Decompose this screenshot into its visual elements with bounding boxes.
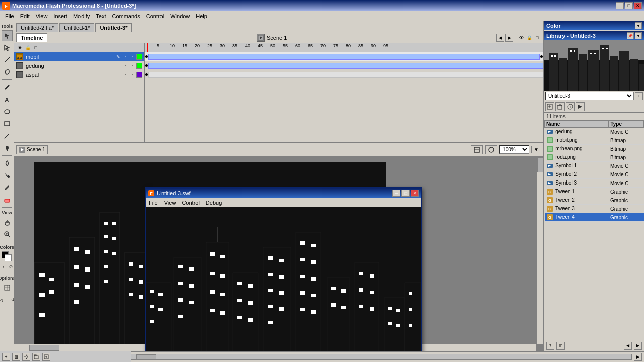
stage-scrollbar-v[interactable] [536,157,543,344]
fill-color[interactable] [5,254,12,261]
svg-rect-263 [548,155,552,159]
ink-tool[interactable] [2,158,13,169]
menu-edit[interactable]: Edit [17,12,33,20]
tab-untitled1[interactable]: Untitled-1* [59,23,94,32]
ruler-50: 50 [270,43,275,48]
minimize-button[interactable]: ─ [616,2,624,9]
layer-gedung[interactable]: gedung · · [14,61,144,70]
layer-gedung-controls: · · [122,63,142,69]
eye-icon[interactable]: 👁 [517,34,525,42]
menu-view[interactable]: View [33,12,51,20]
svg-rect-42 [49,290,54,294]
color-swatches[interactable] [2,251,13,262]
menu-file[interactable]: File [2,12,17,20]
menu-insert[interactable]: Insert [50,12,70,20]
library-item-mobil[interactable]: mobil.png Bitmap [545,136,644,145]
smooth-option[interactable]: ◁ [0,294,7,305]
playhead[interactable] [147,43,148,52]
swf-menu-control[interactable]: Control [179,199,202,206]
menu-window[interactable]: Window [167,12,193,20]
title-bar-buttons[interactable]: ─ □ ✕ [616,2,642,9]
outline-icon[interactable]: □ [533,34,541,42]
maximize-button[interactable]: □ [625,2,633,9]
menu-text[interactable]: Text [93,12,109,20]
status-next-btn[interactable]: ▶ [634,353,642,361]
tab-untitled2[interactable]: Untitled-2.fla* [16,23,58,32]
ruler-20: 20 [195,43,200,48]
pen-tool[interactable] [2,82,13,93]
no-color[interactable]: ∅ [7,263,14,270]
layer-mobil[interactable]: mobil ✎ · · [14,52,144,61]
library-help-btn[interactable]: ? [546,342,554,350]
swf-close[interactable]: ✕ [411,190,419,197]
library-item-symbol3[interactable]: Symbol 3 Movie C [545,179,644,188]
color-panel-expand[interactable]: ▼ [635,22,642,29]
edit-btn[interactable] [485,145,497,154]
paint-tool[interactable] [2,170,13,181]
menu-control[interactable]: Control [143,12,167,20]
mobil-keyframe-end [540,55,543,58]
library-item-mrbean[interactable]: mrbean.png Bitmap [545,145,644,153]
library-item-symbol1[interactable]: Symbol 1 Movie C [545,162,644,170]
library-item-roda[interactable]: roda.png Bitmap [545,153,644,162]
library-name-select[interactable]: Untitled-3 [545,92,634,100]
library-new-symbol-btn[interactable] [545,102,554,111]
swf-menu-debug[interactable]: Debug [203,199,225,206]
timeline-back[interactable]: ◀ [496,34,504,42]
library-item-symbol2[interactable]: Symbol 2 Movie C [545,170,644,179]
eyedrop-tool[interactable] [2,182,13,193]
library-delete-btn[interactable] [555,102,565,111]
swf-maximize[interactable]: □ [401,190,410,197]
rect-tool[interactable] [2,118,13,129]
library-col-name[interactable]: Name [545,121,609,128]
timeline-tab[interactable]: Timeline [16,33,47,42]
swf-minimize[interactable]: ─ [392,190,400,197]
arrow-tool[interactable] [2,30,13,41]
clip-btn[interactable] [471,145,483,154]
zoom-tool[interactable] [2,229,13,240]
snap-to-grid[interactable] [2,282,13,293]
menu-modify[interactable]: Modify [70,12,93,20]
library-pin-btn[interactable]: 📌 [627,32,634,39]
lasso-tool[interactable] [2,66,13,77]
library-col-type[interactable]: Type [609,121,644,128]
brush-tool[interactable] [2,142,13,153]
library-prev-btn[interactable]: ◀ [624,342,632,350]
menu-commands[interactable]: Commands [109,12,143,20]
hand-tool[interactable] [2,217,13,228]
close-button[interactable]: ✕ [634,2,642,9]
scroll-thumb-v[interactable] [537,157,543,172]
library-props-btn[interactable]: i [566,102,575,111]
oval-tool[interactable] [2,106,13,117]
library-item-tween2[interactable]: G Tween 2 Graphic [545,196,644,205]
text-tool[interactable]: A [2,94,13,105]
scene-breadcrumb[interactable]: Scene 1 [16,145,48,154]
library-next-btn[interactable]: ▶ [634,342,642,350]
swf-menu-view[interactable]: View [161,199,179,206]
library-expand-btn[interactable]: ▼ [635,32,642,39]
library-item-tween1[interactable]: G Tween 1 Graphic [545,188,644,196]
lock-icon[interactable]: 🔒 [525,34,533,42]
menu-help[interactable]: Help [193,12,210,20]
line-tool[interactable] [2,54,13,65]
scroll-thumb-h[interactable] [29,345,59,351]
swap-colors[interactable]: ↕ [0,263,7,270]
svg-rect-165 [220,311,225,315]
pencil-tool[interactable] [2,130,13,141]
library-item-tween3[interactable]: G Tween 3 Graphic [545,205,644,213]
subselect-tool[interactable] [2,42,13,53]
svg-text:G: G [548,190,551,194]
library-new-btn[interactable]: + [635,92,643,100]
zoom-select[interactable]: 100% [499,145,529,154]
layer-aspal[interactable]: aspal · · [14,70,144,79]
timeline-forward[interactable]: ▶ [505,34,513,42]
library-item-tween4[interactable]: G Tween 4 Graphic [545,213,644,222]
library-use-btn[interactable] [576,102,585,111]
library-item-gedung[interactable]: gedung Movie C [545,128,644,136]
zoom-expand-btn[interactable]: ▼ [531,146,541,153]
library-delete-btn-2[interactable]: 🗑 [556,342,565,350]
scrollbar-bottom-thumb[interactable] [136,354,156,359]
eraser-tool[interactable] [2,194,13,205]
swf-menu-file[interactable]: File [146,199,161,206]
tab-untitled3[interactable]: Untitled-3* [95,23,132,32]
